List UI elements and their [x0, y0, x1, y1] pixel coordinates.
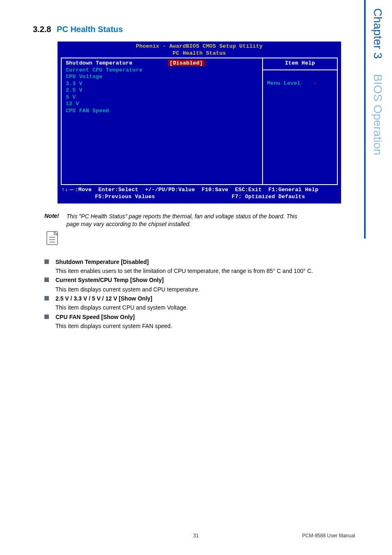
list-item: CPU FAN Speed [Show Only] This item disp… — [44, 313, 359, 331]
arrow-icon: ▸ — [314, 80, 317, 86]
bullet-icon — [44, 296, 49, 301]
bios-item-help: Item Help — [267, 60, 333, 67]
bios-row: 2.5 V — [66, 87, 258, 94]
bios-box: Shutdown Temperature [Disabled] Current … — [61, 58, 338, 185]
bios-row: 12 V — [66, 101, 258, 108]
list-item: Current System/CPU Temp [Show Only] This… — [44, 276, 359, 294]
list-item: Shutdown Temperature [Disabled] This ite… — [44, 258, 359, 275]
items-list: Shutdown Temperature [Disabled] This ite… — [44, 258, 359, 330]
item-title: 2.5 V / 3.3 V / 5 V / 12 V [Show Only] — [55, 294, 359, 303]
side-chapter: Chapter 3 — [371, 8, 382, 59]
bios-row: CPU Voltage — [66, 74, 258, 81]
section-heading: 3.2.8 PC Health Status — [33, 25, 359, 34]
item-title: Shutdown Temperature [Disabled] — [55, 258, 359, 266]
page-footer: 31 PCM-9588 User Manual — [0, 533, 392, 539]
item-desc: This item displays current system FAN sp… — [55, 322, 359, 330]
item-title: Current System/CPU Temp [Show Only] — [55, 276, 359, 284]
side-tab: Chapter 3 BIOS Operation — [362, 0, 382, 238]
bios-footer: ↑↓→←:Move Enter:Select +/-/PU/PD:Value F… — [58, 187, 341, 204]
bullet-icon — [44, 259, 49, 264]
manual-name: PCM-9588 User Manual — [302, 533, 355, 539]
bios-screenshot: Phoenix - AwardBIOS CMOS Setup Utility P… — [58, 42, 341, 204]
bios-right-panel: Item Help Menu Level ▸ — [263, 58, 337, 184]
bullet-icon — [44, 278, 49, 282]
item-desc: This item displays current system and CP… — [55, 285, 359, 294]
note-icon — [45, 230, 60, 246]
bios-header: Phoenix - AwardBIOS CMOS Setup Utility P… — [58, 42, 341, 58]
item-desc: This item enables users to set the limit… — [55, 267, 359, 275]
bios-row: CPU FAN Speed — [66, 108, 258, 115]
bios-left-panel: Shutdown Temperature [Disabled] Current … — [62, 58, 263, 184]
item-desc: This item displays current CPU and syste… — [55, 303, 359, 312]
bios-row: Current CPU Temperature — [66, 67, 258, 74]
note-block: Note! This "PC Health Status" page repor… — [44, 213, 359, 228]
bios-row: 3.3 V — [66, 81, 258, 88]
bios-row: 5 V — [66, 94, 258, 101]
heading-number: 3.2.8 — [33, 25, 51, 34]
note-text: This "PC Health Status" page reports the… — [67, 213, 309, 228]
note-label: Note! — [44, 213, 59, 219]
heading-title: PC Health Status — [57, 25, 123, 34]
list-item: 2.5 V / 3.3 V / 5 V / 12 V [Show Only] T… — [44, 294, 359, 312]
bullet-icon — [44, 314, 49, 319]
bios-shutdown-value: [Disabled] — [168, 60, 205, 66]
side-title: BIOS Operation — [371, 74, 382, 155]
bios-menu-level: Menu Level — [267, 80, 300, 86]
item-title: CPU FAN Speed [Show Only] — [55, 313, 359, 321]
bios-shutdown-label: Shutdown Temperature — [66, 60, 132, 66]
